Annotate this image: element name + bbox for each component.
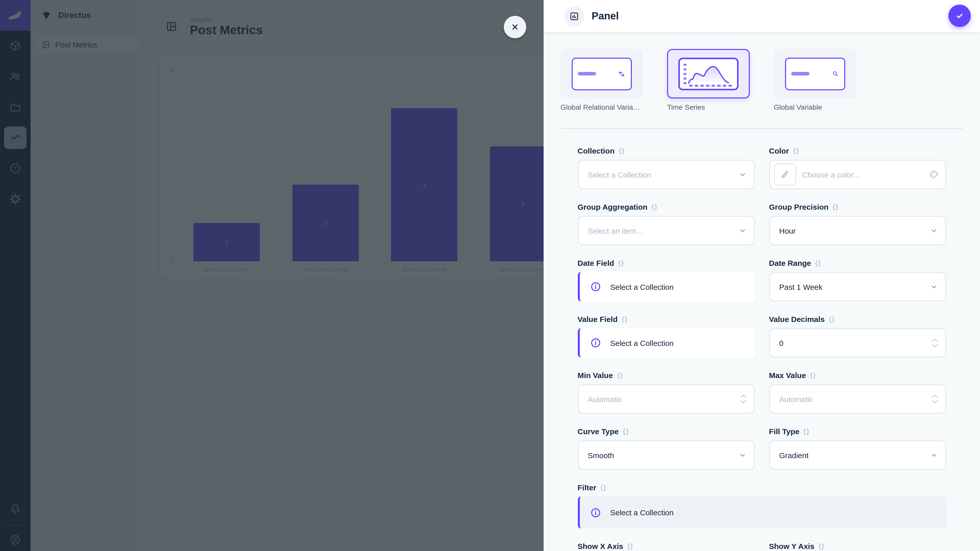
raw-value-icon[interactable]: {} (793, 147, 799, 154)
stepper-down-icon (931, 344, 939, 348)
palette-button[interactable] (929, 169, 939, 179)
raw-value-icon[interactable]: {} (652, 203, 658, 210)
panel-type-global-relational-variable[interactable]: Global Relational Varia… (560, 49, 643, 111)
panel-type-time-series[interactable]: Time Series (667, 49, 750, 111)
info-icon (590, 281, 601, 292)
field-group-precision: Group Precision{} Hour (769, 202, 946, 245)
chevron-down-icon (929, 451, 939, 460)
raw-value-icon[interactable]: {} (832, 203, 838, 210)
field-curve-type: Curve Type{} Smooth (578, 426, 755, 470)
raw-value-icon[interactable]: {} (803, 427, 810, 435)
search-icon (832, 70, 839, 78)
close-icon (510, 22, 520, 32)
max-value-input[interactable]: Automatic (769, 384, 946, 414)
field-date-range: Date Range{} Past 1 Week (769, 258, 946, 302)
field-value-decimals: Value Decimals{} 0 (769, 314, 946, 358)
panel-type-label: Global Variable (774, 103, 856, 111)
info-icon (590, 337, 601, 348)
panel-drawer: Panel Global Relational Varia… (544, 0, 980, 551)
panel-icon-button (564, 6, 584, 26)
panel-type-selector: Global Relational Varia… (560, 49, 963, 111)
bar-chart-icon (569, 11, 579, 21)
palette-icon (929, 169, 939, 179)
collection-select[interactable]: Select a Collection (578, 160, 755, 189)
raw-value-icon[interactable]: {} (818, 542, 824, 550)
panel-type-global-variable[interactable]: Global Variable (774, 49, 856, 111)
raw-value-icon[interactable]: {} (618, 259, 624, 267)
number-stepper[interactable] (740, 394, 747, 404)
field-value-field: Value Field{} Select a Collection (578, 314, 755, 358)
app: ? Directus Post Metrics Insigh (0, 0, 980, 551)
curve-type-select[interactable]: Smooth (578, 440, 755, 470)
drawer-header: Panel (544, 0, 980, 32)
field-collection: Collection{} Select a Collection (578, 145, 755, 189)
field-max-value: Max Value{} Automatic (769, 370, 946, 414)
group-precision-select[interactable]: Hour (769, 216, 946, 245)
raw-value-icon[interactable]: {} (810, 371, 816, 379)
field-color: Color{} Choose a color... (769, 145, 946, 189)
field-label: Collection (578, 146, 614, 155)
group-aggregation-select[interactable]: Select an item... (578, 216, 755, 245)
panel-type-label: Time Series (667, 103, 750, 111)
close-drawer-button[interactable] (504, 16, 526, 38)
raw-value-icon[interactable]: {} (815, 259, 821, 267)
chevron-down-icon (929, 226, 939, 235)
field-group-aggregation: Group Aggregation{} Select an item... (578, 202, 755, 245)
color-input[interactable]: Choose a color... (769, 160, 946, 189)
stepper-down-icon (931, 400, 939, 404)
chevron-down-icon (929, 282, 939, 291)
raw-value-icon[interactable]: {} (617, 371, 623, 379)
value-field-notice[interactable]: Select a Collection (578, 328, 755, 358)
date-field-notice[interactable]: Select a Collection (578, 272, 755, 302)
stepper-down-icon (740, 400, 747, 404)
eyedropper-button[interactable] (773, 163, 796, 186)
number-stepper[interactable] (931, 338, 939, 348)
save-button[interactable] (948, 5, 971, 27)
eyedropper-icon (780, 170, 789, 179)
stepper-up-icon (740, 394, 747, 398)
raw-value-icon[interactable]: {} (600, 483, 606, 491)
number-stepper[interactable] (931, 394, 939, 404)
swap-arrows-icon (617, 70, 626, 78)
field-show-x-axis: Show X Axis{} (578, 541, 755, 551)
fill-type-select[interactable]: Gradient (769, 440, 946, 470)
date-range-select[interactable]: Past 1 Week (769, 272, 946, 302)
field-filter: Filter{} Select a Collection (578, 482, 946, 529)
field-date-field: Date Field{} Select a Collection (578, 258, 755, 302)
raw-value-icon[interactable]: {} (627, 542, 633, 550)
raw-value-icon[interactable]: {} (623, 427, 629, 435)
chevron-down-icon (738, 170, 747, 179)
stepper-up-icon (931, 394, 939, 398)
raw-value-icon[interactable]: {} (622, 315, 628, 323)
filter-notice[interactable]: Select a Collection (578, 496, 946, 529)
raw-value-icon[interactable]: {} (829, 315, 835, 323)
field-min-value: Min Value{} Automatic (578, 370, 755, 414)
value-decimals-input[interactable]: 0 (769, 328, 946, 358)
field-show-y-axis: Show Y Axis{} (769, 541, 946, 551)
panel-type-label: Global Relational Varia… (560, 103, 643, 111)
chevron-down-icon (738, 226, 747, 235)
info-icon (590, 507, 601, 518)
chevron-down-icon (738, 451, 747, 460)
check-icon (955, 11, 965, 21)
drawer-body: Global Relational Varia… (544, 32, 980, 551)
field-fill-type: Fill Type{} Gradient (769, 426, 946, 470)
panel-options-form: Collection{} Select a Collection Color{}… (578, 145, 946, 551)
section-divider (560, 128, 963, 129)
time-series-icon (678, 57, 738, 90)
min-value-input[interactable]: Automatic (578, 384, 755, 414)
stepper-up-icon (931, 338, 939, 342)
drawer-title: Panel (592, 10, 619, 22)
raw-value-icon[interactable]: {} (619, 147, 625, 154)
